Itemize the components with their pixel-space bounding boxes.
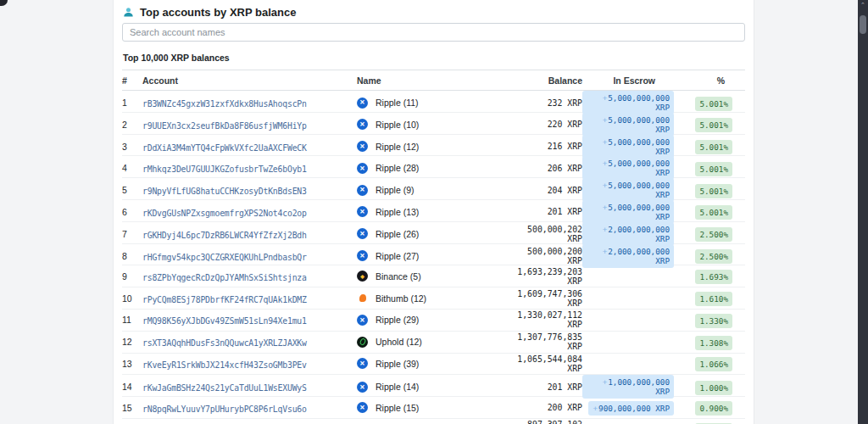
escrow-badge: +5,000,000,000 XRP	[582, 91, 674, 114]
table-row: 16 rDxJNbV23mu9xsWoQHoBqZQvc77YcbJXwb UP…	[122, 419, 745, 424]
escrow-badge: +2,000,000,000 XRP	[582, 222, 674, 246]
account-name: Ripple (13)	[376, 207, 419, 217]
escrow-badge: +2,000,000,000 XRP	[582, 244, 674, 268]
account-name: Ripple (39)	[376, 359, 419, 369]
account-link[interactable]: rHGfmgv54kpc3QCZGRXEQKUhLPndbasbQr	[142, 253, 307, 262]
table-row: 14 rKwJaGmBSHz24Qs21yCaTdUuL1WsEXUWyS ✕ …	[122, 375, 745, 397]
account-name: Ripple (27)	[376, 251, 419, 261]
balance-cell: 201 XRP	[515, 382, 582, 392]
account-name: Ripple (29)	[376, 315, 419, 325]
escrow-badge: +5,000,000,000 XRP	[582, 178, 674, 202]
account-name: Uphold (12)	[376, 337, 422, 347]
percent-badge: 1.330%	[695, 314, 732, 328]
plus-icon: +	[603, 93, 608, 103]
plus-icon: +	[603, 247, 608, 256]
window-corner-shade	[0, 0, 8, 6]
account-link[interactable]: rMhkqz3DeU7GUUJKGZofusbrTwZe6bOyb1	[142, 165, 307, 174]
balance-cell: 1,609,747,306 XRP	[515, 289, 582, 308]
account-link[interactable]: rMQ98K56yXJbDGv49ZSmW51sLn94Xe1mu1	[142, 316, 307, 326]
col-header-account: Account	[142, 75, 357, 86]
account-name: Ripple (26)	[376, 229, 419, 239]
table-row: 7 rGKHDyj4L6pc7DzRB6LWCR4YfZfzXj2Bdh ✕ R…	[122, 222, 745, 244]
table-row: 4 rMhkqz3DeU7GUUJKGZofusbrTwZe6bOyb1 ✕ R…	[122, 156, 745, 178]
ripple-icon: ✕	[357, 382, 368, 393]
plus-icon: +	[603, 225, 608, 234]
balance-cell: 204 XRP	[515, 186, 582, 195]
plus-icon: +	[603, 203, 608, 212]
percent-badge: 5.001%	[695, 97, 732, 111]
col-header-balance: Balance	[515, 75, 582, 86]
account-name: Ripple (12)	[376, 142, 419, 152]
table-row: 13 rKveEyR1SrkWbJX214xcfH43ZsoGMb3PEv ✕ …	[122, 354, 745, 376]
table-row: 3 rDdXiA3M4mYTQ4cFpWkVXfc2UaAXCFWeCK ✕ R…	[122, 135, 745, 157]
rank-cell: 10	[122, 293, 142, 304]
percent-badge: 5.001%	[695, 140, 732, 154]
percent-badge: 0.900%	[695, 401, 732, 416]
table-row: 12 rsXT3AQqhHDusFs3nQQuwcA1yXRLZJAXKw Up…	[122, 332, 745, 354]
rank-cell: 4	[122, 163, 142, 173]
account-link[interactable]: r9NpyVfLfUG8hatuCCHKzosyDtKnBdsEN3	[142, 187, 307, 196]
scrollbar-thumb[interactable]	[860, 15, 866, 34]
account-link[interactable]: rN8pqRwLYuuvY7pUHurybPC8P6rLqVsu6o	[142, 404, 307, 414]
percent-badge: 5.001%	[695, 184, 732, 198]
table-header-row: # Account Name Balance In Escrow %	[122, 70, 745, 91]
table-row: 5 r9NpyVfLfUG8hatuCCHKzosyDtKnBdsEN3 ✕ R…	[122, 178, 745, 200]
percent-badge: 1.610%	[695, 292, 732, 306]
escrow-badge: +900,000,000 XRP	[588, 401, 674, 416]
ripple-icon: ✕	[357, 228, 368, 239]
balance-cell: 500,000,202 XRP	[515, 225, 582, 243]
balance-cell: 1,330,027,112 XRP	[515, 310, 582, 329]
plus-icon: +	[603, 181, 608, 190]
account-link[interactable]: rKwJaGmBSHz24Qs21yCaTdUuL1WsEXUWyS	[142, 383, 307, 393]
account-link[interactable]: rDdXiA3M4mYTQ4cFpWkVXfc2UaAXCFWeCK	[142, 143, 307, 153]
account-name: Ripple (28)	[376, 163, 419, 173]
escrow-badge: +5,000,000,000 XRP	[582, 200, 674, 224]
balance-cell: 500,000,200 XRP	[515, 247, 582, 265]
percent-badge: 5.001%	[695, 162, 732, 176]
plus-icon: +	[603, 159, 608, 168]
escrow-badge: +5,000,000,000 XRP	[582, 135, 674, 159]
col-header-escrow: In Escrow	[582, 75, 674, 86]
ripple-icon: ✕	[357, 206, 368, 217]
table-row: 1 rB3WNZc45gxzW31zxfXdkx8HusAhoqscPn ✕ R…	[122, 91, 745, 113]
page-title: Top accounts by XRP balance	[140, 6, 296, 19]
rank-cell: 9	[122, 271, 142, 282]
table-row: 15 rN8pqRwLYuuvY7pUHurybPC8P6rLqVsu6o ✕ …	[122, 397, 745, 419]
balance-cell: 232 XRP	[515, 98, 582, 108]
percent-badge: 1.693%	[695, 270, 732, 284]
page-scrollbar[interactable]: ⌃	[858, 0, 868, 424]
balance-cell: 220 XRP	[515, 120, 582, 129]
table-row: 2 r9UUEXn3cx2seufBkDa8F86usfjWM6HiYp ✕ R…	[122, 113, 745, 135]
account-link[interactable]: rKDvgGUsNPZxsgmoemfrgXPS2Not4co2op	[142, 209, 307, 218]
scroll-up-icon[interactable]: ⌃	[858, 0, 868, 10]
account-name: Ripple (15)	[376, 403, 419, 413]
account-link[interactable]: rs8ZPbYqgecRcDzQpJYAMhSxSiShtsjnza	[142, 273, 307, 282]
ripple-icon: ✕	[357, 141, 368, 152]
percent-badge: 2.500%	[695, 249, 732, 264]
percent-badge: 5.001%	[695, 118, 732, 132]
section-title: Top 10,000 XRP balances	[122, 46, 745, 70]
balance-cell: 216 XRP	[515, 142, 582, 151]
account-link[interactable]: rGKHDyj4L6pc7DzRB6LWCR4YfZfzXj2Bdh	[142, 231, 307, 240]
escrow-badge: +5,000,000,000 XRP	[582, 156, 674, 180]
uphold-icon	[357, 337, 368, 348]
card-header: Top accounts by XRP balance	[122, 0, 745, 22]
account-name: Ripple (11)	[376, 98, 419, 108]
rank-cell: 3	[122, 142, 142, 152]
account-link[interactable]: rPyCQm8ESj78PDbrfKF24fRC7qUAk1kDMZ	[142, 295, 307, 304]
account-link[interactable]: rB3WNZc45gxzW31zxfXdkx8HusAhoqscPn	[142, 99, 307, 109]
ripple-icon: ✕	[357, 163, 368, 174]
table-row: 8 rHGfmgv54kpc3QCZGRXEQKUhLPndbasbQr ✕ R…	[122, 244, 745, 266]
escrow-badge: +5,000,000,000 XRP	[582, 113, 674, 137]
col-header-rank: #	[122, 75, 142, 86]
account-link[interactable]: rKveEyR1SrkWbJX214xcfH43ZsoGMb3PEv	[142, 360, 307, 370]
rank-cell: 12	[122, 337, 142, 347]
table-body: 1 rB3WNZc45gxzW31zxfXdkx8HusAhoqscPn ✕ R…	[122, 91, 745, 424]
ripple-icon: ✕	[357, 250, 368, 261]
top-accounts-card: Top accounts by XRP balance Top 10,000 X…	[113, 0, 754, 424]
search-input[interactable]	[122, 23, 745, 42]
account-link[interactable]: rsXT3AQqhHDusFs3nQQuwcA1yXRLZJAXKw	[142, 338, 307, 348]
account-link[interactable]: r9UUEXn3cx2seufBkDa8F86usfjWM6HiYp	[142, 121, 307, 131]
ripple-icon: ✕	[357, 315, 368, 326]
rank-cell: 8	[122, 251, 142, 261]
